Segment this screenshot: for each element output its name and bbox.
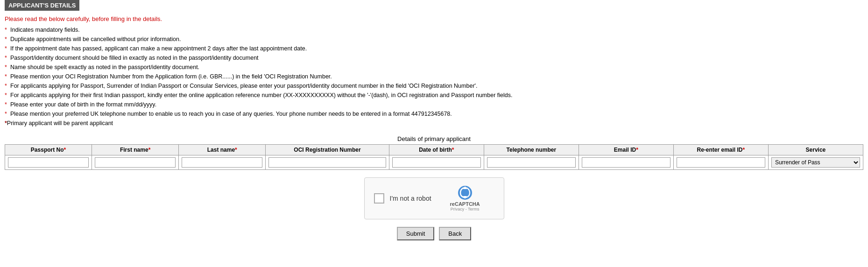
cell-firstname [92,155,179,170]
notice-item-3: If the appointment date has passed, appl… [5,44,863,53]
oci-input[interactable] [268,157,386,168]
cell-oci [266,155,389,170]
recaptcha-icon [458,185,473,200]
col-header-service: Service [768,145,863,155]
notice-item-5: Name should be spelt exactly as noted in… [5,63,863,72]
cell-reemail [673,155,768,170]
red-notice: Please read the below carefully, before … [5,15,863,22]
captcha-box: I'm not a robot reCAPTCHA Privacy - Term… [364,177,504,219]
lastname-input[interactable] [182,157,262,168]
applicant-table-section: Details of primary applicant Passport No… [5,135,863,170]
notice-item-10: Please mention your preferred UK telepho… [5,109,863,119]
col-header-firstname: First name* [92,145,179,155]
col-header-passport: Passport No* [5,145,92,155]
notice-item-6: Please mention your OCI Registration Num… [5,72,863,81]
firstname-input[interactable] [95,157,176,168]
notice-item-1: Indicates mandatory fields. [5,25,863,35]
button-section: Submit Back [5,227,863,240]
captcha-section: I'm not a robot reCAPTCHA Privacy - Term… [5,177,863,219]
table-row: Surrender of Pass [5,155,863,170]
notice-list: Indicates mandatory fields. Duplicate ap… [5,25,863,128]
notice-item-8: For applicants applying for their first … [5,91,863,100]
notice-item-4: Passport/identity document should be fil… [5,53,863,63]
col-header-email: Email ID* [579,145,673,155]
col-header-reemail: Re-enter email ID* [673,145,768,155]
col-header-dob: Date of birth* [389,145,484,155]
reemail-input[interactable] [677,157,765,168]
cell-service: Surrender of Pass [768,155,863,170]
dob-input[interactable] [392,157,481,168]
notice-item-9: Please enter your date of birth in the f… [5,100,863,109]
notice-item-11: *Primary applicant will be parent applic… [5,119,863,128]
notice-item-2: Duplicate appointments will be cancelled… [5,35,863,44]
applicant-table: Passport No* First name* Last name* OCI … [5,144,863,170]
col-header-phone: Telephone number [484,145,579,155]
captcha-checkbox-area: I'm not a robot [374,193,431,204]
table-header-row: Passport No* First name* Last name* OCI … [5,145,863,155]
cell-email [579,155,673,170]
recaptcha-links: Privacy - Terms [451,207,480,211]
back-button[interactable]: Back [439,227,471,240]
col-header-oci: OCI Registration Number [266,145,389,155]
col-header-lastname: Last name* [179,145,266,155]
section-header: APPLICANT'S DETAILS [5,0,79,11]
captcha-logo-area: reCAPTCHA Privacy - Terms [450,185,480,211]
captcha-label: I'm not a robot [390,195,431,202]
passport-input[interactable] [8,157,89,168]
cell-dob [389,155,484,170]
table-title: Details of primary applicant [5,135,863,142]
cell-passport [5,155,92,170]
notice-item-7: For applicants applying for Passport, Su… [5,81,863,91]
email-input[interactable] [582,157,670,168]
captcha-checkbox[interactable] [374,193,384,204]
phone-input[interactable] [487,157,576,168]
cell-phone [484,155,579,170]
service-select[interactable]: Surrender of Pass [771,157,860,168]
cell-lastname [179,155,266,170]
submit-button[interactable]: Submit [397,227,434,240]
recaptcha-brand: reCAPTCHA [450,201,480,207]
